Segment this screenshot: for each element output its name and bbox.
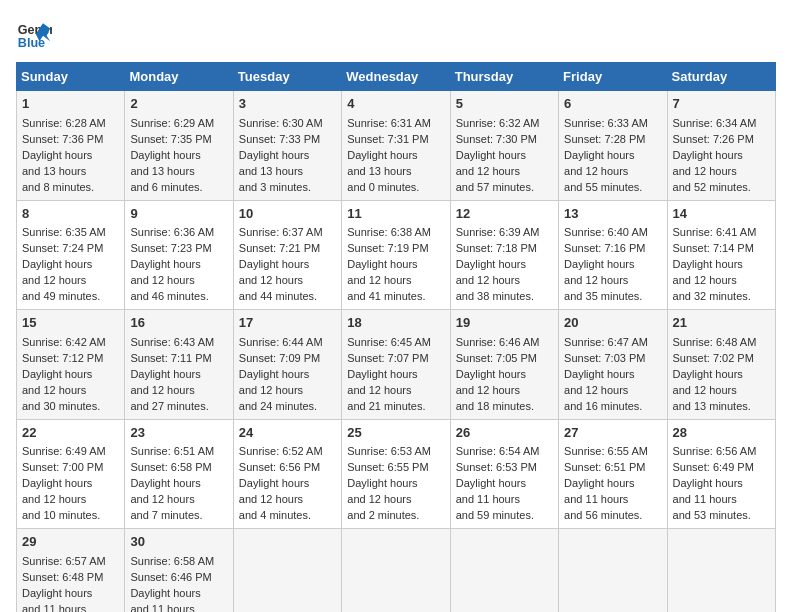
calendar-cell (233, 529, 341, 612)
logo-icon: General Blue (16, 16, 52, 52)
daylight-text: Daylight hours (239, 368, 309, 380)
sunset-text: Sunset: 7:24 PM (22, 242, 103, 254)
calendar-cell: 11Sunrise: 6:38 AMSunset: 7:19 PMDayligh… (342, 200, 450, 310)
header-monday: Monday (125, 63, 233, 91)
daylight-duration: and 11 hoursand 47 minutes. (130, 603, 208, 612)
header-wednesday: Wednesday (342, 63, 450, 91)
day-number: 5 (456, 95, 553, 114)
sunrise-text: Sunrise: 6:46 AM (456, 336, 540, 348)
daylight-duration: and 13 hoursand 3 minutes. (239, 165, 311, 193)
calendar-cell: 22Sunrise: 6:49 AMSunset: 7:00 PMDayligh… (17, 419, 125, 529)
daylight-duration: and 12 hoursand 52 minutes. (673, 165, 751, 193)
calendar-cell: 25Sunrise: 6:53 AMSunset: 6:55 PMDayligh… (342, 419, 450, 529)
sunrise-text: Sunrise: 6:43 AM (130, 336, 214, 348)
calendar-cell: 10Sunrise: 6:37 AMSunset: 7:21 PMDayligh… (233, 200, 341, 310)
sunrise-text: Sunrise: 6:49 AM (22, 445, 106, 457)
day-number: 19 (456, 314, 553, 333)
sunset-text: Sunset: 7:07 PM (347, 352, 428, 364)
sunset-text: Sunset: 7:35 PM (130, 133, 211, 145)
day-number: 1 (22, 95, 119, 114)
sunset-text: Sunset: 6:55 PM (347, 461, 428, 473)
daylight-duration: and 12 hoursand 16 minutes. (564, 384, 642, 412)
day-number: 9 (130, 205, 227, 224)
daylight-duration: and 11 hoursand 50 minutes. (22, 603, 100, 612)
daylight-text: Daylight hours (239, 477, 309, 489)
day-number: 24 (239, 424, 336, 443)
daylight-text: Daylight hours (456, 477, 526, 489)
daylight-text: Daylight hours (130, 587, 200, 599)
sunrise-text: Sunrise: 6:32 AM (456, 117, 540, 129)
sunset-text: Sunset: 6:53 PM (456, 461, 537, 473)
calendar-table: Sunday Monday Tuesday Wednesday Thursday… (16, 62, 776, 612)
day-number: 3 (239, 95, 336, 114)
day-number: 11 (347, 205, 444, 224)
daylight-duration: and 12 hoursand 13 minutes. (673, 384, 751, 412)
calendar-cell: 20Sunrise: 6:47 AMSunset: 7:03 PMDayligh… (559, 310, 667, 420)
daylight-duration: and 12 hoursand 18 minutes. (456, 384, 534, 412)
calendar-week-row: 8Sunrise: 6:35 AMSunset: 7:24 PMDaylight… (17, 200, 776, 310)
daylight-duration: and 12 hoursand 55 minutes. (564, 165, 642, 193)
day-number: 21 (673, 314, 770, 333)
calendar-cell: 17Sunrise: 6:44 AMSunset: 7:09 PMDayligh… (233, 310, 341, 420)
day-number: 14 (673, 205, 770, 224)
sunset-text: Sunset: 6:58 PM (130, 461, 211, 473)
sunrise-text: Sunrise: 6:51 AM (130, 445, 214, 457)
calendar-cell: 26Sunrise: 6:54 AMSunset: 6:53 PMDayligh… (450, 419, 558, 529)
calendar-week-row: 29Sunrise: 6:57 AMSunset: 6:48 PMDayligh… (17, 529, 776, 612)
daylight-duration: and 11 hoursand 56 minutes. (564, 493, 642, 521)
days-header-row: Sunday Monday Tuesday Wednesday Thursday… (17, 63, 776, 91)
calendar-cell: 29Sunrise: 6:57 AMSunset: 6:48 PMDayligh… (17, 529, 125, 612)
header-friday: Friday (559, 63, 667, 91)
sunset-text: Sunset: 7:36 PM (22, 133, 103, 145)
daylight-text: Daylight hours (130, 258, 200, 270)
daylight-text: Daylight hours (673, 368, 743, 380)
calendar-cell: 14Sunrise: 6:41 AMSunset: 7:14 PMDayligh… (667, 200, 775, 310)
sunrise-text: Sunrise: 6:34 AM (673, 117, 757, 129)
daylight-duration: and 11 hoursand 53 minutes. (673, 493, 751, 521)
calendar-week-row: 1Sunrise: 6:28 AMSunset: 7:36 PMDaylight… (17, 91, 776, 201)
daylight-duration: and 12 hoursand 57 minutes. (456, 165, 534, 193)
sunrise-text: Sunrise: 6:58 AM (130, 555, 214, 567)
header-saturday: Saturday (667, 63, 775, 91)
calendar-cell (450, 529, 558, 612)
calendar-week-row: 15Sunrise: 6:42 AMSunset: 7:12 PMDayligh… (17, 310, 776, 420)
daylight-text: Daylight hours (456, 149, 526, 161)
header-thursday: Thursday (450, 63, 558, 91)
sunrise-text: Sunrise: 6:35 AM (22, 226, 106, 238)
sunrise-text: Sunrise: 6:40 AM (564, 226, 648, 238)
day-number: 29 (22, 533, 119, 552)
daylight-duration: and 12 hoursand 4 minutes. (239, 493, 311, 521)
daylight-text: Daylight hours (130, 149, 200, 161)
sunset-text: Sunset: 7:03 PM (564, 352, 645, 364)
calendar-cell: 6Sunrise: 6:33 AMSunset: 7:28 PMDaylight… (559, 91, 667, 201)
calendar-cell: 2Sunrise: 6:29 AMSunset: 7:35 PMDaylight… (125, 91, 233, 201)
daylight-text: Daylight hours (22, 587, 92, 599)
sunrise-text: Sunrise: 6:28 AM (22, 117, 106, 129)
header-tuesday: Tuesday (233, 63, 341, 91)
daylight-duration: and 12 hoursand 24 minutes. (239, 384, 317, 412)
calendar-cell (667, 529, 775, 612)
header-sunday: Sunday (17, 63, 125, 91)
sunset-text: Sunset: 7:21 PM (239, 242, 320, 254)
daylight-duration: and 12 hoursand 30 minutes. (22, 384, 100, 412)
sunset-text: Sunset: 7:23 PM (130, 242, 211, 254)
daylight-text: Daylight hours (22, 149, 92, 161)
sunrise-text: Sunrise: 6:48 AM (673, 336, 757, 348)
daylight-text: Daylight hours (22, 477, 92, 489)
daylight-text: Daylight hours (673, 258, 743, 270)
daylight-duration: and 11 hoursand 59 minutes. (456, 493, 534, 521)
sunset-text: Sunset: 6:51 PM (564, 461, 645, 473)
sunset-text: Sunset: 7:30 PM (456, 133, 537, 145)
calendar-cell: 1Sunrise: 6:28 AMSunset: 7:36 PMDaylight… (17, 91, 125, 201)
sunset-text: Sunset: 7:00 PM (22, 461, 103, 473)
day-number: 23 (130, 424, 227, 443)
day-number: 8 (22, 205, 119, 224)
sunrise-text: Sunrise: 6:45 AM (347, 336, 431, 348)
calendar-cell: 21Sunrise: 6:48 AMSunset: 7:02 PMDayligh… (667, 310, 775, 420)
sunrise-text: Sunrise: 6:38 AM (347, 226, 431, 238)
day-number: 18 (347, 314, 444, 333)
calendar-cell: 9Sunrise: 6:36 AMSunset: 7:23 PMDaylight… (125, 200, 233, 310)
calendar-cell (559, 529, 667, 612)
calendar-cell: 16Sunrise: 6:43 AMSunset: 7:11 PMDayligh… (125, 310, 233, 420)
day-number: 13 (564, 205, 661, 224)
